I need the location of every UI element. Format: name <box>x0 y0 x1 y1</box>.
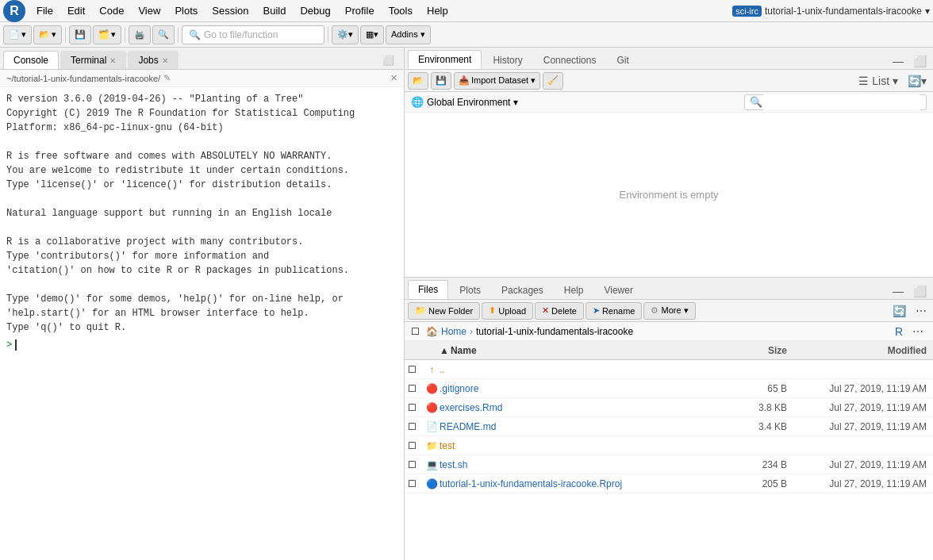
console-line-11: Type 'demo()' for some demos, 'help()' f… <box>6 292 397 306</box>
path-edit-icon[interactable]: ✎ <box>163 73 171 83</box>
menu-file[interactable]: File <box>30 3 60 18</box>
save-icon: 💾 <box>75 29 86 40</box>
new-folder-btn[interactable]: 📁 New Folder <box>408 302 480 320</box>
menu-help[interactable]: Help <box>420 3 455 18</box>
console-prompt-line[interactable]: > <box>6 338 397 352</box>
tab-git[interactable]: Git <box>607 52 638 69</box>
new-file-icon: 📄 <box>9 29 20 40</box>
tab-terminal-close[interactable]: ✕ <box>109 56 116 65</box>
goto-input[interactable]: 🔍 Go to file/function <box>182 25 324 44</box>
env-search-input[interactable] <box>762 94 921 110</box>
addins-btn[interactable]: Addins ▾ <box>386 25 431 44</box>
delete-icon: ✕ <box>542 305 549 316</box>
file-name-exercises[interactable]: exercises.Rmd <box>440 402 724 413</box>
addins-label: Addins ▾ <box>391 29 425 40</box>
list-btn[interactable]: ☰ List ▾ <box>855 73 901 89</box>
compile-btn[interactable]: ⚙️▾ <box>332 25 359 44</box>
file-name-gitignore[interactable]: .gitignore <box>440 383 724 394</box>
import-dataset-btn[interactable]: 📥 Import Dataset ▾ <box>454 72 540 90</box>
save-all-btn[interactable]: 🗂️ ▾ <box>93 25 121 44</box>
tab-connections[interactable]: Connections <box>534 52 606 69</box>
global-env-bar: 🌐 Global Environment ▾ 🔍 <box>405 92 933 113</box>
file-name-test[interactable]: test <box>440 440 724 451</box>
more-btn[interactable]: ⚙ More ▾ <box>643 302 695 320</box>
rename-btn[interactable]: ➤ Rename <box>586 302 643 320</box>
file-size-exercises: 3.8 KB <box>724 402 787 413</box>
breadcrumb-more[interactable]: ⋯ <box>909 324 927 339</box>
header-name[interactable]: ▲ Name <box>440 345 724 356</box>
upload-btn[interactable]: ⬆ Upload <box>482 302 533 320</box>
menu-debug[interactable]: Debug <box>294 3 336 18</box>
file-row-test[interactable]: ☐ 📁 test <box>405 436 933 455</box>
load-workspace-btn[interactable]: 📂 <box>408 72 428 90</box>
tab-packages[interactable]: Packages <box>492 282 553 299</box>
window-title-text: tutorial-1-unix-fundamentals-iracooke <box>765 6 922 17</box>
menu-tools[interactable]: Tools <box>382 3 419 18</box>
console-clear-icon[interactable]: ✕ <box>390 73 397 83</box>
save-btn[interactable]: 💾 <box>69 25 91 44</box>
menu-plots[interactable]: Plots <box>168 3 204 18</box>
file-row-exercises[interactable]: ☐ 🔴 exercises.Rmd 3.8 KB Jul 27, 2019, 1… <box>405 398 933 417</box>
files-more-icon[interactable]: ⋯ <box>912 303 930 319</box>
layout-btn[interactable]: ▦▾ <box>360 25 384 44</box>
files-maximize[interactable]: ⬜ <box>910 283 930 299</box>
file-name-readme[interactable]: README.md <box>440 421 724 432</box>
main-layout: Console Terminal ✕ Jobs ✕ ⬜ ~/tutorial-1… <box>0 48 933 560</box>
file-row-readme[interactable]: ☐ 📄 README.md 3.4 KB Jul 27, 2019, 11:19… <box>405 417 933 436</box>
delete-btn[interactable]: ✕ Delete <box>535 302 584 320</box>
tab-environment[interactable]: Environment <box>408 50 482 69</box>
save-workspace-btn[interactable]: 💾 <box>431 72 451 90</box>
tab-terminal[interactable]: Terminal ✕ <box>60 51 126 69</box>
open-file-btn[interactable]: 📂 ▾ <box>33 25 62 44</box>
console-line-blank2 <box>6 192 397 206</box>
file-modified-testsh: Jul 27, 2019, 11:19 AM <box>787 459 930 470</box>
sep1 <box>65 27 66 43</box>
menu-edit[interactable]: Edit <box>61 3 91 18</box>
header-size[interactable]: Size <box>724 345 787 356</box>
new-file-btn[interactable]: 📄 ▾ <box>3 25 32 44</box>
window-title-arrow[interactable]: ▾ <box>925 6 930 17</box>
left-tab-bar: Console Terminal ✕ Jobs ✕ ⬜ <box>0 48 404 70</box>
env-minimize[interactable]: — <box>889 53 907 69</box>
find-btn[interactable]: 🔍 <box>152 25 175 44</box>
print-btn[interactable]: 🖨️ <box>129 25 151 44</box>
upload-label: Upload <box>498 306 526 316</box>
tab-help[interactable]: Help <box>555 282 593 299</box>
refresh-btn[interactable]: 🔄▾ <box>904 73 930 89</box>
global-env-label[interactable]: Global Environment ▾ <box>427 97 518 108</box>
tab-jobs-close[interactable]: ✕ <box>162 56 168 65</box>
menu-profile[interactable]: Profile <box>339 3 381 18</box>
new-file-dropdown[interactable]: ▾ <box>21 29 26 40</box>
open-file-dropdown[interactable]: ▾ <box>52 29 56 40</box>
tab-plots[interactable]: Plots <box>450 282 490 299</box>
tab-history[interactable]: History <box>483 52 532 69</box>
menu-build[interactable]: Build <box>257 3 293 18</box>
checkbox-all[interactable]: ☐ <box>411 326 420 337</box>
file-name-rproj[interactable]: tutorial-1-unix-fundamentals-iracooke.Rp… <box>440 478 724 489</box>
clear-icon: 🧹 <box>547 75 559 86</box>
sync-icon[interactable]: 🔄 <box>889 303 909 319</box>
tab-viewer[interactable]: Viewer <box>594 282 642 299</box>
file-row-testsh[interactable]: ☐ 💻 test.sh 234 B Jul 27, 2019, 11:19 AM <box>405 455 933 474</box>
file-row-up[interactable]: ☐ ↑ .. <box>405 360 933 379</box>
menu-code[interactable]: Code <box>93 3 130 18</box>
header-modified[interactable]: Modified <box>787 345 930 356</box>
file-row-rproj[interactable]: ☐ 🔵 tutorial-1-unix-fundamentals-iracook… <box>405 474 933 493</box>
file-name-up[interactable]: .. <box>440 364 724 375</box>
menu-view[interactable]: View <box>132 3 167 18</box>
file-row-gitignore[interactable]: ☐ 🔴 .gitignore 65 B Jul 27, 2019, 11:19 … <box>405 379 933 398</box>
menu-session[interactable]: Session <box>205 3 255 18</box>
files-minimize[interactable]: — <box>889 283 907 299</box>
save-all-dropdown[interactable]: ▾ <box>111 29 116 40</box>
tab-console[interactable]: Console <box>3 51 59 69</box>
clear-env-btn[interactable]: 🧹 <box>543 72 563 90</box>
tab-jobs[interactable]: Jobs ✕ <box>128 51 178 69</box>
more-label: More ▾ <box>661 305 688 316</box>
file-name-testsh[interactable]: test.sh <box>440 459 724 470</box>
tab-files[interactable]: Files <box>408 280 448 299</box>
console-maximize[interactable]: ⬜ <box>376 52 401 69</box>
home-link[interactable]: Home <box>441 326 466 337</box>
window-title: sci-irc tutorial-1-unix-fundamentals-ira… <box>732 6 930 17</box>
env-maximize[interactable]: ⬜ <box>910 53 930 69</box>
cursor <box>15 339 17 351</box>
